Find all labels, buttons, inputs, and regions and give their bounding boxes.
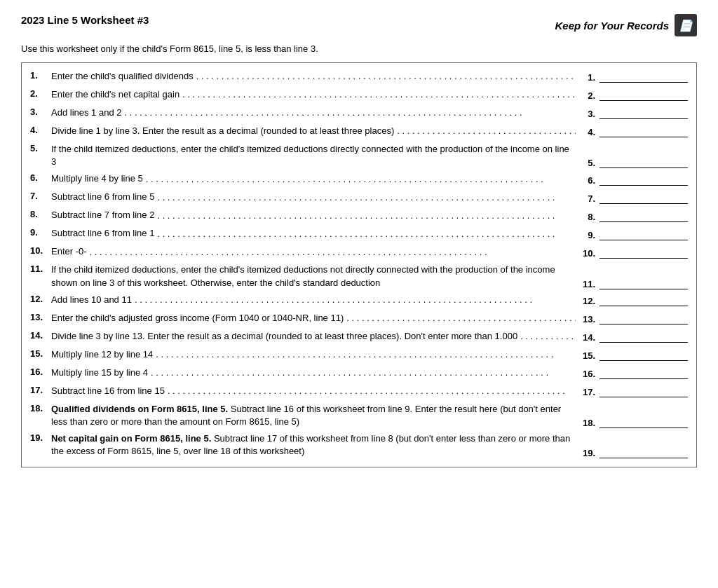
entry-field[interactable]	[600, 228, 688, 240]
dot-leader: . . . . . . . . . . . . . . . . . . . . …	[148, 367, 576, 379]
line-entry: 6.	[576, 173, 688, 186]
table-row: 16.Multiply line 15 by line 4 . . . . . …	[30, 365, 688, 381]
line-number: 16.	[30, 365, 51, 377]
line-number: 11.	[30, 262, 51, 274]
line-number: 17.	[30, 383, 51, 395]
line-entry: 2.	[576, 88, 688, 101]
entry-field[interactable]	[600, 416, 688, 428]
table-row: 14.Divide line 3 by line 13. Enter the r…	[30, 329, 688, 344]
entry-number: 3.	[576, 109, 595, 119]
table-row: 19.Net capital gain on Form 8615, line 5…	[30, 431, 688, 458]
line-description: Subtract line 7 from line 2	[51, 207, 154, 221]
line-number: 7.	[30, 189, 51, 201]
line-number: 10.	[30, 244, 51, 256]
entry-number: 10.	[576, 248, 595, 259]
line-number: 12.	[30, 292, 51, 304]
entry-number: 19.	[576, 448, 595, 458]
dot-leader: . . . . . . . . . . . . . . . . . . . . …	[517, 331, 576, 343]
line-number: 1.	[30, 69, 51, 81]
entry-field[interactable]	[600, 385, 688, 397]
line-description: Add lines 10 and 11	[51, 292, 132, 306]
entry-field[interactable]	[600, 277, 688, 289]
entry-number: 14.	[576, 332, 595, 343]
notebook-icon: 📄	[675, 14, 697, 36]
entry-field[interactable]	[600, 88, 688, 101]
dot-leader: . . . . . . . . . . . . . . . . . . . . …	[344, 313, 576, 324]
entry-field[interactable]	[600, 348, 688, 361]
table-row: 15.Multiply line 12 by line 14 . . . . .…	[30, 347, 688, 362]
line-number: 13.	[30, 310, 51, 322]
entry-number: 2.	[576, 90, 595, 101]
entry-field[interactable]	[600, 107, 688, 119]
line-number: 15.	[30, 347, 51, 359]
dot-leader: . . . . . . . . . . . . . . . . . . . . …	[154, 192, 576, 204]
line-entry: 17.	[576, 385, 688, 397]
entry-number: 8.	[576, 212, 595, 222]
entry-number: 6.	[576, 175, 595, 186]
entry-field[interactable]	[600, 330, 688, 343]
line-number: 6.	[30, 171, 51, 183]
line-description: Net capital gain on Form 8615, line 5. S…	[51, 431, 573, 458]
line-description: Subtract line 6 from line 5	[51, 189, 154, 203]
table-row: 13.Enter the child's adjusted gross inco…	[30, 310, 688, 326]
line-description: Add lines 1 and 2	[51, 105, 121, 119]
line-description: Qualified dividends on Form 8615, line 5…	[51, 402, 573, 428]
line-description: Multiply line 12 by line 14	[51, 347, 153, 361]
line-description: If the child itemized deductions, enter …	[51, 262, 573, 289]
dot-leader: . . . . . . . . . . . . . . . . . . . . …	[194, 71, 576, 83]
entry-field[interactable]	[600, 125, 688, 137]
entry-number: 15.	[576, 350, 595, 361]
table-row: 18.Qualified dividends on Form 8615, lin…	[30, 402, 688, 428]
entry-number: 13.	[576, 314, 595, 324]
line-number: 3.	[30, 105, 51, 117]
line-entry: 12.	[576, 294, 688, 306]
table-row: 2.Enter the child's net capital gain . .…	[30, 87, 688, 102]
table-row: 6.Multiply line 4 by line 5 . . . . . . …	[30, 171, 688, 186]
dot-leader: . . . . . . . . . . . . . . . . . . . . …	[121, 107, 576, 119]
line-entry: 13.	[576, 312, 688, 324]
line-number: 8.	[30, 207, 51, 219]
table-row: 4.Divide line 1 by line 3. Enter the res…	[30, 123, 688, 139]
entry-field[interactable]	[600, 367, 688, 379]
line-entry: 7.	[576, 191, 688, 204]
worksheet-box: 1.Enter the child's qualified dividends …	[21, 62, 697, 467]
table-row: 8.Subtract line 7 from line 2 . . . . . …	[30, 207, 688, 223]
line-description: Multiply line 15 by line 4	[51, 365, 148, 379]
entry-field[interactable]	[600, 173, 688, 186]
line-description: Subtract line 6 from line 1	[51, 226, 154, 240]
entry-field[interactable]	[600, 70, 688, 83]
entry-field[interactable]	[600, 312, 688, 324]
dot-leader: . . . . . . . . . . . . . . . . . . . . …	[132, 294, 576, 306]
line-description: Enter the child's qualified dividends	[51, 69, 194, 83]
line-entry: 5.	[576, 156, 688, 168]
line-entry: 1.	[576, 70, 688, 83]
page-header: 2023 Line 5 Worksheet #3 Keep for Your R…	[21, 14, 697, 36]
table-row: 10.Enter -0- . . . . . . . . . . . . . .…	[30, 244, 688, 259]
dot-leader: . . . . . . . . . . . . . . . . . . . . …	[143, 174, 576, 186]
entry-field[interactable]	[600, 191, 688, 204]
entry-field[interactable]	[600, 294, 688, 306]
dot-leader: . . . . . . . . . . . . . . . . . . . . …	[87, 247, 576, 259]
entry-number: 12.	[576, 296, 595, 306]
line-description: Subtract line 16 from line 15	[51, 383, 165, 397]
line-entry: 9.	[576, 228, 688, 240]
entry-number: 17.	[576, 387, 595, 397]
entry-field[interactable]	[600, 446, 688, 458]
line-description: If the child itemized deductions, enter …	[51, 142, 573, 168]
entry-number: 9.	[576, 230, 595, 240]
line-number: 5.	[30, 142, 51, 153]
table-row: 3.Add lines 1 and 2 . . . . . . . . . . …	[30, 105, 688, 121]
entry-number: 7.	[576, 193, 595, 204]
line-entry: 18.	[576, 416, 688, 428]
line-number: 14.	[30, 329, 51, 341]
line-number: 2.	[30, 87, 51, 99]
line-description: Divide line 3 by line 13. Enter the resu…	[51, 329, 517, 343]
entry-number: 18.	[576, 418, 595, 428]
table-row: 11.If the child itemized deductions, ent…	[30, 262, 688, 289]
entry-field[interactable]	[600, 210, 688, 222]
table-row: 5.If the child itemized deductions, ente…	[30, 142, 688, 168]
entry-number: 1.	[576, 72, 595, 83]
entry-number: 11.	[576, 279, 595, 289]
entry-field[interactable]	[600, 246, 688, 259]
entry-field[interactable]	[600, 156, 688, 168]
